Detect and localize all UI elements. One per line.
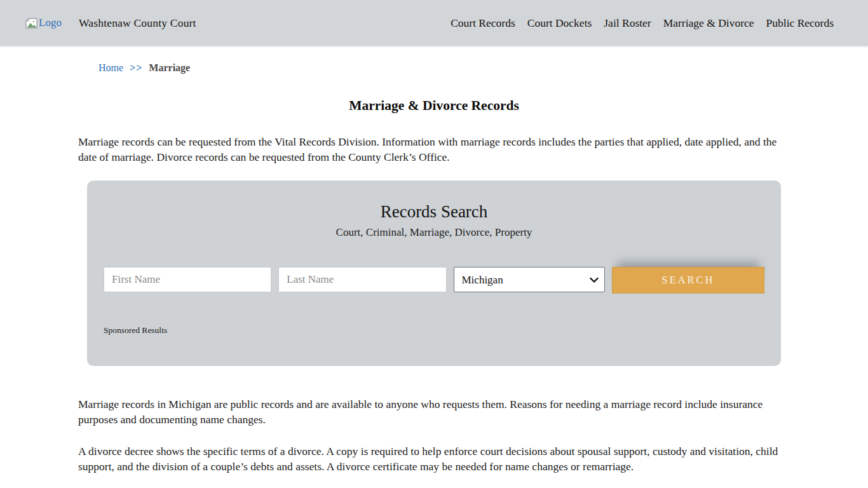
nav-marriage-divorce[interactable]: Marriage & Divorce — [663, 17, 754, 30]
public-records-paragraph: Marriage records in Michigan are public … — [78, 396, 790, 427]
nav-jail-roster[interactable]: Jail Roster — [604, 17, 651, 30]
logo-link[interactable]: Logo — [25, 17, 62, 29]
state-select[interactable]: Michigan — [454, 267, 605, 292]
state-select-wrap: Michigan — [454, 267, 605, 294]
first-name-input[interactable] — [104, 267, 271, 292]
divorce-decree-paragraph: A divorce decree shows the specific term… — [78, 444, 790, 474]
last-name-input[interactable] — [278, 267, 446, 292]
breadcrumb-current: Marriage — [149, 62, 190, 74]
intro-paragraph: Marriage records can be requested from t… — [78, 134, 790, 165]
search-panel-subtitle: Court, Criminal, Marriage, Divorce, Prop… — [104, 226, 764, 239]
nav-court-records[interactable]: Court Records — [451, 17, 515, 30]
sponsored-results-label: Sponsored Results — [104, 325, 764, 336]
search-form-row: Michigan SEARCH — [104, 267, 764, 294]
search-panel-title: Records Search — [104, 202, 764, 222]
broken-image-icon — [25, 18, 37, 29]
main-nav: Court Records Court Dockets Jail Roster … — [451, 17, 834, 30]
logo-alt-text: Logo — [39, 17, 62, 29]
nav-court-dockets[interactable]: Court Dockets — [527, 17, 592, 30]
breadcrumb-home-link[interactable]: Home — [98, 62, 123, 74]
records-search-panel: Records Search Court, Criminal, Marriage… — [87, 180, 781, 366]
page-title: Marriage & Divorce Records — [78, 98, 790, 114]
search-button[interactable]: SEARCH — [612, 267, 764, 294]
header: Logo Washtenaw County Court Court Record… — [0, 0, 868, 46]
nav-public-records[interactable]: Public Records — [766, 17, 834, 30]
site-title: Washtenaw County Court — [79, 17, 196, 30]
breadcrumb-separator: >> — [130, 62, 142, 74]
breadcrumb: Home >> Marriage — [78, 62, 790, 74]
main-content: Home >> Marriage Marriage & Divorce Reco… — [78, 62, 790, 488]
